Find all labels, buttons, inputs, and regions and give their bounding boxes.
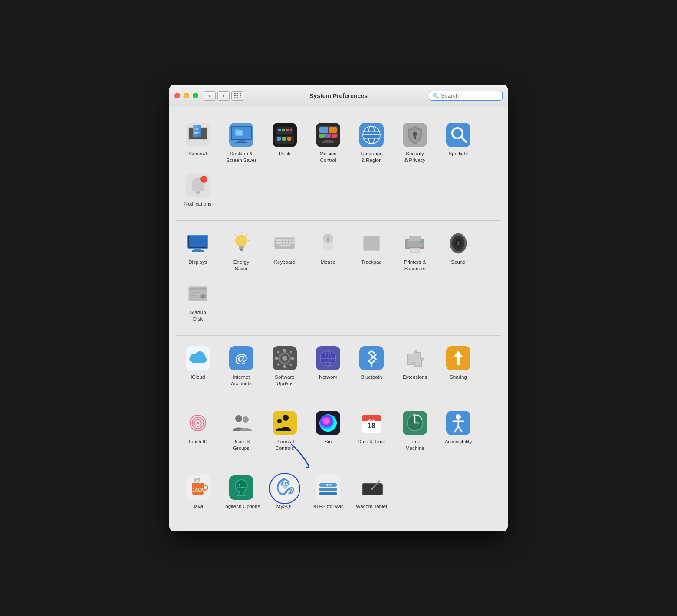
- network-icon: [315, 345, 341, 371]
- pref-item-language-region[interactable]: Language& Region: [350, 118, 393, 168]
- pref-item-sound[interactable]: Sound: [437, 226, 480, 276]
- system-section: Touch ID Users &Groups: [176, 402, 501, 465]
- displays-label: Displays: [188, 259, 207, 265]
- pref-item-extensions[interactable]: Extensions: [393, 341, 437, 391]
- svg-rect-80: [283, 242, 285, 244]
- back-button[interactable]: ‹: [204, 91, 216, 101]
- pref-item-mysql[interactable]: MySQL: [263, 470, 306, 514]
- icloud-icon: [185, 345, 211, 371]
- minimize-button[interactable]: [184, 93, 189, 98]
- close-button[interactable]: [174, 93, 180, 98]
- pref-item-trackpad[interactable]: Trackpad: [350, 226, 393, 276]
- printers-scanners-icon: [402, 230, 428, 256]
- pref-item-internet-accounts[interactable]: @ InternetAccounts: [220, 341, 263, 391]
- svg-rect-107: [191, 292, 200, 293]
- svg-rect-118: [275, 357, 278, 360]
- pref-item-energy-saver[interactable]: EnergySaver: [220, 226, 263, 276]
- svg-rect-83: [292, 242, 294, 244]
- search-input[interactable]: [441, 92, 499, 99]
- displays-icon: [185, 230, 211, 256]
- software-update-label: SoftwareUpdate: [275, 374, 294, 387]
- pref-item-parental-controls[interactable]: ParentalControls: [263, 406, 306, 456]
- svg-rect-56: [194, 249, 201, 250]
- svg-rect-76: [289, 239, 291, 241]
- java-icon: JAVA: [185, 475, 211, 501]
- ntfs-mac-icon: NTFS: [315, 475, 341, 501]
- svg-rect-117: [283, 365, 286, 368]
- other-section: JAVA Java: [176, 467, 501, 523]
- pref-item-software-update[interactable]: SoftwareUpdate: [263, 341, 306, 391]
- svg-rect-27: [290, 129, 292, 131]
- logitech-options-label: Logitech Options: [223, 503, 260, 510]
- touch-id-label: Touch ID: [188, 439, 207, 445]
- svg-point-45: [413, 132, 417, 136]
- pref-item-desktop-screen-saver[interactable]: Desktop &Screen Saver: [220, 118, 263, 168]
- svg-rect-72: [276, 239, 279, 241]
- date-time-label: Date & Time: [358, 439, 385, 445]
- pref-item-general[interactable]: File General: [176, 118, 220, 168]
- siri-label: Siri: [325, 439, 332, 445]
- maximize-button[interactable]: [193, 93, 198, 98]
- general-label: General: [189, 151, 207, 157]
- pref-item-wacom-tablet[interactable]: Wacom Tablet: [350, 470, 393, 514]
- time-machine-icon: [402, 410, 428, 436]
- pref-item-startup-disk[interactable]: StartupDisk: [176, 276, 220, 327]
- svg-rect-34: [332, 134, 337, 138]
- pref-item-keyboard[interactable]: Keyboard: [263, 226, 306, 276]
- pref-item-spotlight[interactable]: Spotlight: [437, 118, 480, 168]
- users-groups-icon: [228, 410, 254, 436]
- preferences-content: File General: [169, 107, 508, 531]
- window-title: System Preferences: [309, 92, 368, 99]
- wacom-tablet-icon: [358, 475, 385, 501]
- siri-icon: [315, 410, 341, 436]
- pref-item-icloud[interactable]: iCloud: [176, 341, 220, 391]
- mission-control-label: MissionControl: [320, 151, 337, 164]
- time-machine-label: TimeMachine: [405, 439, 424, 452]
- svg-point-171: [239, 484, 240, 486]
- pref-item-security-privacy[interactable]: Security& Privacy: [393, 118, 437, 168]
- pref-item-mission-control[interactable]: MissionControl: [306, 118, 350, 168]
- pref-item-displays[interactable]: Displays: [176, 226, 220, 276]
- spotlight-icon: [445, 122, 471, 148]
- pref-item-printers-scanners[interactable]: Printers &Scanners: [393, 226, 437, 276]
- svg-rect-61: [240, 249, 243, 251]
- pref-item-sharing[interactable]: Sharing: [437, 341, 480, 391]
- svg-rect-55: [189, 236, 207, 247]
- keyboard-label: Keyboard: [274, 259, 295, 265]
- pref-item-notifications[interactable]: Notifications: [176, 168, 220, 212]
- pref-item-logitech-options[interactable]: Logitech Options: [220, 470, 263, 514]
- svg-rect-46: [414, 136, 416, 139]
- bluetooth-label: Bluetooth: [361, 374, 382, 380]
- pref-item-mouse[interactable]: Mouse: [306, 226, 350, 276]
- personal-grid: File General: [176, 114, 501, 215]
- language-region-icon: [358, 122, 385, 148]
- svg-rect-119: [291, 357, 294, 360]
- svg-point-172: [242, 487, 244, 488]
- keyboard-icon: [272, 230, 298, 256]
- pref-item-java[interactable]: JAVA Java: [176, 470, 220, 514]
- pref-item-network[interactable]: Network: [306, 341, 350, 391]
- grid-view-button[interactable]: [231, 91, 244, 101]
- security-privacy-label: Security& Privacy: [404, 151, 426, 164]
- startup-disk-label: StartupDisk: [190, 309, 206, 322]
- pref-item-touch-id[interactable]: Touch ID: [176, 406, 220, 456]
- svg-point-96: [420, 241, 422, 243]
- extensions-label: Extensions: [403, 374, 427, 380]
- pref-item-siri[interactable]: Siri: [306, 406, 350, 456]
- pref-item-bluetooth[interactable]: Bluetooth: [350, 341, 393, 391]
- pref-item-users-groups[interactable]: Users &Groups: [220, 406, 263, 456]
- svg-rect-16: [236, 131, 242, 135]
- search-box[interactable]: 🔍: [429, 91, 503, 101]
- forward-button[interactable]: ›: [217, 91, 230, 101]
- sharing-icon: [445, 345, 471, 371]
- svg-point-100: [457, 241, 460, 246]
- pref-item-ntfs-mac[interactable]: NTFS NTFS for Mac: [306, 470, 350, 514]
- pref-item-date-time[interactable]: JUL 18 Date & Time: [350, 406, 393, 456]
- pref-item-time-machine[interactable]: TimeMachine: [393, 406, 437, 456]
- svg-rect-15: [235, 129, 239, 131]
- svg-marker-183: [378, 480, 380, 482]
- svg-rect-104: [190, 288, 206, 290]
- svg-text:NTFS: NTFS: [325, 484, 332, 486]
- pref-item-accessibility[interactable]: Accessibility: [437, 406, 480, 456]
- pref-item-dock[interactable]: Dock: [263, 118, 306, 168]
